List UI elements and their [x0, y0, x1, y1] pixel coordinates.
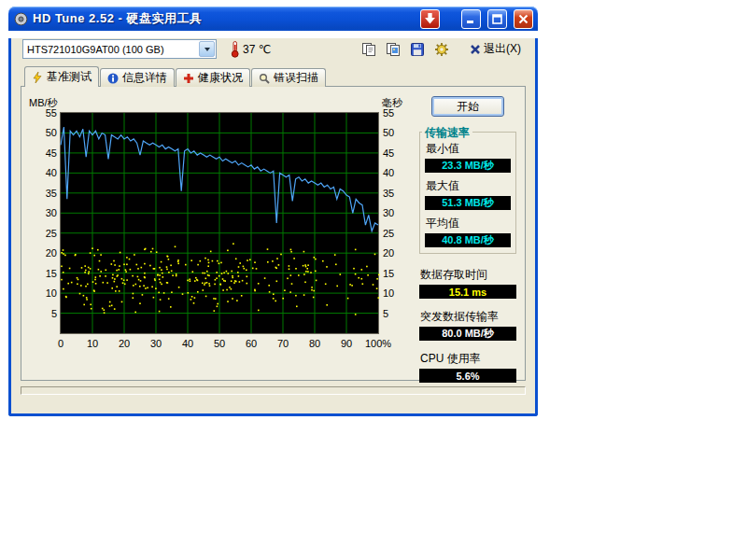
svg-text:25: 25	[383, 228, 394, 239]
stat-value: 80.0 MB/秒	[419, 327, 516, 341]
info-icon	[107, 73, 119, 84]
stat-label: 最小值	[426, 141, 511, 157]
transfer-rate-group: 传输速率 最小值 23.3 MB/秒 最大值 51.3 MB/秒 平均值 40.…	[419, 132, 516, 254]
toolbar-icons	[359, 39, 452, 59]
svg-text:100%: 100%	[365, 338, 391, 349]
benchmark-chart: MB/秒毫秒5510101515202025253030353540404545…	[27, 94, 414, 354]
svg-text:45: 45	[383, 147, 394, 159]
stat-value: 23.3 MB/秒	[425, 159, 511, 173]
svg-text:40: 40	[383, 167, 394, 178]
stat-label: 数据存取时间	[420, 267, 516, 283]
svg-text:30: 30	[383, 207, 394, 218]
tab-label: 健康状况	[198, 70, 243, 86]
tab-label: 错误扫描	[274, 70, 318, 86]
drive-select[interactable]: HTS721010G9AT00 (100 GB)	[22, 39, 217, 59]
stat-burst-rate: 突发数据传输率 80.0 MB/秒	[419, 309, 516, 341]
svg-text:40: 40	[182, 338, 193, 349]
copy-image-button[interactable]	[383, 39, 403, 59]
copy-text-button[interactable]	[359, 39, 379, 59]
hd-tune-window: HD Tune 2.52 - 硬盘实用工具 HTS721010G9AT00 (1…	[8, 7, 538, 416]
svg-text:90: 90	[341, 338, 352, 349]
stat-value: 40.8 MB/秒	[425, 233, 511, 247]
start-button[interactable]: 开始	[431, 96, 504, 117]
benchmark-chart-area: MB/秒毫秒5510101515202025253030353540404545…	[27, 94, 414, 376]
health-cross-icon	[183, 73, 194, 84]
tab-benchmark[interactable]: 基准测试	[24, 66, 99, 87]
window-title: HD Tune 2.52 - 硬盘实用工具	[33, 10, 416, 27]
tab-info[interactable]: 信息详情	[100, 68, 175, 87]
stat-avg: 平均值 40.8 MB/秒	[425, 216, 511, 247]
svg-text:50: 50	[383, 127, 394, 138]
svg-text:55: 55	[383, 107, 394, 119]
temperature-value: 37 ℃	[243, 43, 271, 56]
svg-text:55: 55	[46, 107, 57, 119]
magnifier-icon	[259, 73, 270, 84]
status-bar	[21, 386, 526, 395]
titlebar: HD Tune 2.52 - 硬盘实用工具	[8, 7, 538, 31]
svg-text:15: 15	[46, 268, 57, 279]
tab-label: 信息详情	[122, 70, 167, 86]
benchmark-icon	[32, 72, 43, 83]
results-panel: 开始 传输速率 最小值 23.3 MB/秒 最大值 51.3 MB/秒 平均值	[419, 94, 516, 376]
stat-min: 最小值 23.3 MB/秒	[425, 141, 511, 173]
stat-value: 51.3 MB/秒	[425, 196, 511, 210]
stat-label: CPU 使用率	[420, 351, 516, 367]
exit-button[interactable]: 退出(X)	[465, 38, 526, 60]
svg-text:80: 80	[309, 338, 320, 349]
app-icon	[14, 12, 28, 26]
svg-text:10: 10	[46, 287, 57, 299]
chevron-down-icon[interactable]	[199, 41, 215, 57]
stat-value: 15.1 ms	[419, 285, 516, 299]
stat-cpu-usage: CPU 使用率 5.6%	[419, 351, 516, 383]
svg-text:5: 5	[51, 308, 57, 319]
svg-text:10: 10	[87, 338, 98, 349]
stat-access-time: 数据存取时间 15.1 ms	[419, 267, 516, 299]
svg-text:15: 15	[383, 268, 394, 279]
svg-text:60: 60	[246, 338, 257, 349]
transfer-rate-title: 传输速率	[422, 125, 472, 141]
svg-text:30: 30	[46, 207, 57, 218]
benchmark-panel: MB/秒毫秒5510101515202025253030353540404545…	[21, 86, 526, 381]
svg-text:5: 5	[383, 308, 388, 319]
drive-select-value: HTS721010G9AT00 (100 GB)	[27, 44, 199, 55]
svg-text:70: 70	[277, 338, 289, 349]
toolbar: HTS721010G9AT00 (100 GB) 37 ℃	[22, 38, 526, 60]
svg-text:35: 35	[383, 188, 394, 199]
svg-text:50: 50	[46, 127, 57, 138]
exit-x-icon	[470, 44, 481, 55]
options-button[interactable]	[431, 39, 452, 59]
svg-text:0: 0	[58, 338, 63, 349]
svg-text:45: 45	[46, 147, 57, 159]
tab-error-scan[interactable]: 错误扫描	[251, 68, 326, 87]
window-body: HTS721010G9AT00 (100 GB) 37 ℃	[8, 38, 538, 416]
save-button[interactable]	[407, 39, 428, 59]
svg-text:35: 35	[46, 188, 57, 199]
stat-value: 5.6%	[419, 369, 516, 383]
stat-max: 最大值 51.3 MB/秒	[425, 178, 511, 210]
stat-label: 平均值	[426, 216, 511, 231]
temperature-indicator: 37 ℃	[230, 40, 271, 58]
stat-label: 最大值	[426, 178, 511, 194]
close-button[interactable]	[514, 9, 533, 29]
svg-text:20: 20	[46, 247, 57, 259]
svg-text:40: 40	[46, 167, 57, 178]
desktop: HD Tune 2.52 - 硬盘实用工具 HTS721010G9AT00 (1…	[0, 0, 747, 560]
svg-text:10: 10	[383, 287, 394, 299]
tab-bar: 基准测试 信息详情 健康状况	[24, 66, 535, 87]
minimize-button[interactable]	[461, 9, 481, 29]
stat-label: 突发数据传输率	[420, 309, 516, 325]
tab-health[interactable]: 健康状况	[176, 68, 250, 87]
svg-text:20: 20	[119, 338, 130, 349]
exit-label: 退出(X)	[484, 41, 521, 57]
svg-text:30: 30	[150, 338, 162, 349]
maximize-button[interactable]	[487, 9, 507, 29]
svg-text:25: 25	[46, 228, 57, 239]
svg-text:20: 20	[383, 247, 394, 259]
svg-text:50: 50	[214, 338, 225, 349]
download-button[interactable]	[420, 9, 440, 29]
tab-label: 基准测试	[47, 69, 92, 85]
thermometer-icon	[230, 40, 240, 58]
